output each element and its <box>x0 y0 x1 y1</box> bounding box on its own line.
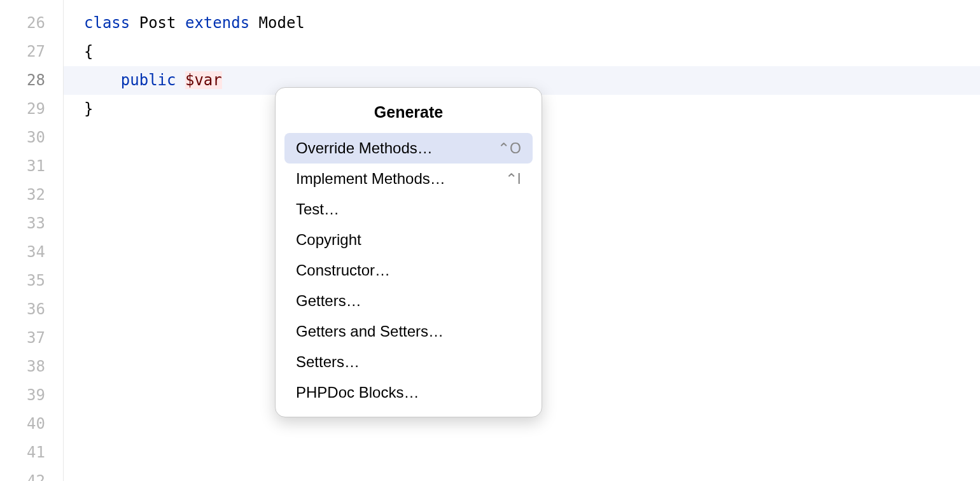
space <box>176 71 185 89</box>
menu-item-label: Test… <box>296 200 339 218</box>
indent <box>84 71 121 89</box>
line-number[interactable]: 29 <box>0 95 45 123</box>
code-area[interactable]: class Post extends Model { public $var }… <box>64 0 980 481</box>
brace-close: } <box>84 100 93 118</box>
line-number[interactable]: 33 <box>0 209 45 238</box>
line-number[interactable]: 31 <box>0 152 45 181</box>
variable-var: $var <box>185 71 222 89</box>
parent-class: Model <box>249 14 305 32</box>
keyword-extends: extends <box>185 14 249 32</box>
menu-item-label: Implement Methods… <box>296 170 445 188</box>
code-editor: 26 27 28 29 30 31 32 33 34 35 36 37 38 3… <box>0 0 980 481</box>
line-number[interactable]: 41 <box>0 438 45 467</box>
line-number[interactable]: 38 <box>0 352 45 381</box>
menu-item-label: Getters… <box>296 292 361 310</box>
code-line-26[interactable]: class Post extends Model <box>64 9 980 38</box>
line-number[interactable]: 36 <box>0 295 45 324</box>
line-number[interactable]: 28 <box>0 66 45 95</box>
line-number[interactable]: 34 <box>0 238 45 267</box>
menu-item-constructor[interactable]: Constructor… <box>284 255 533 286</box>
menu-item-shortcut: ⌃I <box>505 171 521 188</box>
menu-item-label: PHPDoc Blocks… <box>296 384 419 401</box>
menu-item-getters-setters[interactable]: Getters and Setters… <box>284 316 533 347</box>
line-number[interactable]: 30 <box>0 123 45 152</box>
line-number[interactable]: 42 <box>0 467 45 481</box>
menu-item-label: Constructor… <box>296 261 390 279</box>
line-number[interactable]: 26 <box>0 9 45 38</box>
menu-item-setters[interactable]: Setters… <box>284 347 533 377</box>
menu-item-implement-methods[interactable]: Implement Methods… ⌃I <box>284 164 533 194</box>
keyword-class: class <box>84 14 130 32</box>
menu-item-getters[interactable]: Getters… <box>284 286 533 316</box>
menu-item-phpdoc-blocks[interactable]: PHPDoc Blocks… <box>284 377 533 408</box>
menu-item-label: Setters… <box>296 353 360 371</box>
gutter: 26 27 28 29 30 31 32 33 34 35 36 37 38 3… <box>0 0 64 481</box>
menu-item-label: Copyright <box>296 231 361 249</box>
line-number[interactable]: 32 <box>0 181 45 209</box>
line-number[interactable]: 27 <box>0 38 45 66</box>
generate-popup: Generate Override Methods… ⌃O Implement … <box>275 87 542 417</box>
line-number[interactable]: 40 <box>0 410 45 438</box>
menu-item-test[interactable]: Test… <box>284 194 533 225</box>
menu-item-override-methods[interactable]: Override Methods… ⌃O <box>284 133 533 164</box>
line-number[interactable]: 37 <box>0 324 45 352</box>
menu-item-label: Override Methods… <box>296 139 433 157</box>
line-number[interactable]: 35 <box>0 267 45 295</box>
menu-item-shortcut: ⌃O <box>498 140 521 157</box>
menu-item-label: Getters and Setters… <box>296 323 444 340</box>
popup-title: Generate <box>284 97 533 133</box>
keyword-public: public <box>121 71 176 89</box>
brace-open: { <box>84 43 93 60</box>
line-number[interactable]: 39 <box>0 381 45 410</box>
class-name: Post <box>130 14 185 32</box>
code-line-27[interactable]: { <box>64 38 980 66</box>
menu-item-copyright[interactable]: Copyright <box>284 225 533 255</box>
